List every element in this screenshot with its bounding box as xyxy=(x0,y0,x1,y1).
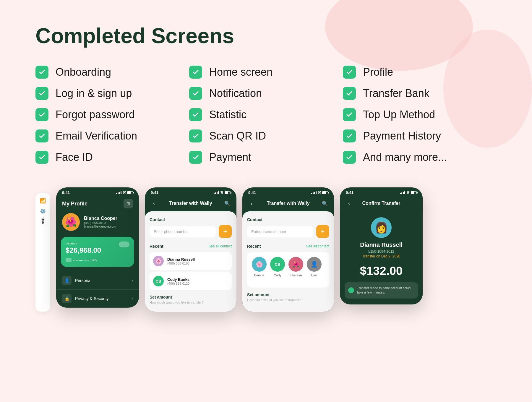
contact-item-2[interactable]: CB Cody Banks (406) 555-0120 xyxy=(150,272,232,290)
contact-name-1: Dianna Russell xyxy=(167,257,195,262)
check-item: Profile xyxy=(343,66,497,79)
check-label: Forgot password xyxy=(56,108,135,121)
battery-icon-3 xyxy=(322,191,328,194)
avatar: 🌺 xyxy=(62,213,80,231)
circle-contact-ben[interactable]: 👤 Ben xyxy=(307,257,322,277)
balance-toggle[interactable] xyxy=(119,241,129,247)
status-icons-4: ⌘ xyxy=(400,191,417,194)
chevron-right-icon-2: › xyxy=(132,296,133,301)
menu-item-left-2: 🔒 Privacy & Security xyxy=(62,294,109,303)
menu-personal-label: Personal xyxy=(75,278,91,283)
contact-info-2: Cody Banks (406) 555-0120 xyxy=(167,277,189,285)
phone-profile: 9:41 ⌘ My Profile ⊞ 🌺 xyxy=(56,187,139,308)
set-amount-section-2: Set amount How much would you like to tr… xyxy=(150,295,232,304)
check-icon xyxy=(35,151,48,164)
see-all-link-2[interactable]: See all contact xyxy=(208,244,232,248)
contact-item-1[interactable]: 🌸 Dianna Russell (480) 555-0103 xyxy=(150,252,232,270)
menu-personal[interactable]: 👤 Personal › xyxy=(56,272,139,290)
profile-info: Bianca Cooper (480) 555-0103 bianca@exam… xyxy=(84,216,117,228)
check-item: Forgot password xyxy=(35,108,189,121)
contact-name-2: Cody Banks xyxy=(167,277,189,282)
chevron-right-icon: › xyxy=(132,278,133,283)
contact-avatar-2: CB xyxy=(153,276,164,286)
menu-security-label: Privacy & Security xyxy=(75,296,109,301)
circle-contact-dianna[interactable]: 🌸 Dianna xyxy=(252,257,267,277)
confirm-title-4: Confirm Transfer xyxy=(362,201,400,206)
check-item: Payment xyxy=(189,151,343,164)
back-button-3[interactable]: ‹ xyxy=(247,199,256,208)
security-icon: 🔒 xyxy=(62,294,72,303)
set-amount-sub-2: How much would you like to transfer? xyxy=(150,301,232,304)
page-title: Completed Screens xyxy=(35,24,497,48)
contact-phone-2: (406) 555-0120 xyxy=(167,282,189,285)
info-icon xyxy=(348,287,354,293)
check-icon xyxy=(189,66,202,79)
personal-icon: 👤 xyxy=(62,276,72,285)
circle-contact-theresa[interactable]: 🌺 Theresa xyxy=(288,257,303,277)
check-label: Onboarding xyxy=(56,66,111,78)
sidebar-time: 9:41 xyxy=(41,217,45,224)
confirm-note-text: Transfer made to bank account could take… xyxy=(357,286,414,295)
check-item: Notification xyxy=(189,87,343,100)
sidebar-wifi-icon: 📶 xyxy=(40,198,46,204)
check-label: Profile xyxy=(363,66,393,78)
battery-icon-2 xyxy=(225,191,231,194)
search-button-2[interactable]: 🔍 xyxy=(223,199,232,208)
battery-icon xyxy=(127,191,133,194)
contact-label-2: Contact xyxy=(150,217,232,222)
transfer-title-3: Transfer with Wally xyxy=(267,201,309,206)
status-icons-2: ⌘ xyxy=(214,191,231,194)
check-icon xyxy=(189,108,202,121)
phone3-body: Contact Enter phone number + Recent See … xyxy=(242,211,334,312)
check-icon xyxy=(35,66,48,79)
svg-rect-0 xyxy=(66,258,72,262)
status-icons-3: ⌘ xyxy=(311,191,328,194)
phone-input-placeholder-3: Enter phone number xyxy=(251,229,286,234)
contact-circles-container: 🌸 Dianna CB Cody 🌺 xyxy=(247,252,329,288)
check-label: Notification xyxy=(209,87,262,100)
recent-label-2: Recent xyxy=(150,244,163,249)
recent-header-2: Recent See all contact xyxy=(150,244,232,249)
check-icon xyxy=(189,151,202,164)
qr-icon[interactable]: ⊞ xyxy=(124,199,133,208)
check-item: Payment History xyxy=(343,129,497,142)
search-button-3[interactable]: 🔍 xyxy=(320,199,329,208)
circle-name-cody: Cody xyxy=(274,273,281,277)
phone3-header: ‹ Transfer with Wally 🔍 xyxy=(242,197,334,211)
phone-confirm-transfer: 9:41 ⌘ ‹ Confirm Transfer xyxy=(340,187,423,304)
status-bar-2: 9:41 ⌘ xyxy=(145,187,236,197)
checklist-grid: Onboarding Log in & sign up Forgot passw… xyxy=(35,66,497,164)
balance-card: Balance $26,968.00 •••• •••• •••• 3765 xyxy=(61,237,134,267)
check-label: Log in & sign up xyxy=(56,87,132,100)
check-item: Face ID xyxy=(35,151,189,164)
wifi-icon-3: ⌘ xyxy=(318,191,321,194)
circle-name-theresa: Theresa xyxy=(290,273,302,277)
menu-security[interactable]: 🔒 Privacy & Security › xyxy=(56,290,139,308)
add-contact-button[interactable]: + xyxy=(219,225,232,238)
check-icon xyxy=(35,87,48,100)
status-time-3: 9:41 xyxy=(248,190,256,195)
set-amount-section-3: Set amount How much would you like to tr… xyxy=(247,292,329,302)
check-item: Top Up Method xyxy=(343,108,497,121)
see-all-link-3[interactable]: See all contact xyxy=(306,244,329,248)
circle-name-ben: Ben xyxy=(311,273,317,277)
confirm-date: Transfer on Dec 2, 2020 xyxy=(345,254,418,258)
add-contact-button-3[interactable]: + xyxy=(316,225,329,238)
check-icon xyxy=(189,87,202,100)
confirm-phone: 5150-1094-1012 xyxy=(345,249,418,254)
check-icon xyxy=(343,66,356,79)
back-button-4[interactable]: ‹ xyxy=(345,199,353,208)
phone-number-input-3[interactable]: Enter phone number xyxy=(247,226,313,237)
status-bar-3: 9:41 ⌘ xyxy=(242,187,334,197)
phone2-header: ‹ Transfer with Wally 🔍 xyxy=(145,197,236,211)
back-button-2[interactable]: ‹ xyxy=(150,199,158,208)
check-label: And many more... xyxy=(363,151,447,163)
check-icon xyxy=(189,129,202,142)
balance-amount: $26,968.00 xyxy=(66,246,129,255)
signal-icon-3 xyxy=(311,191,317,194)
status-time-1: 9:41 xyxy=(62,190,70,195)
phone-number-input[interactable]: Enter phone number xyxy=(150,226,216,237)
circle-avatar-ben: 👤 xyxy=(307,257,322,272)
circle-contact-cody[interactable]: CB Cody xyxy=(270,257,285,277)
check-label: Scan QR ID xyxy=(209,130,266,142)
